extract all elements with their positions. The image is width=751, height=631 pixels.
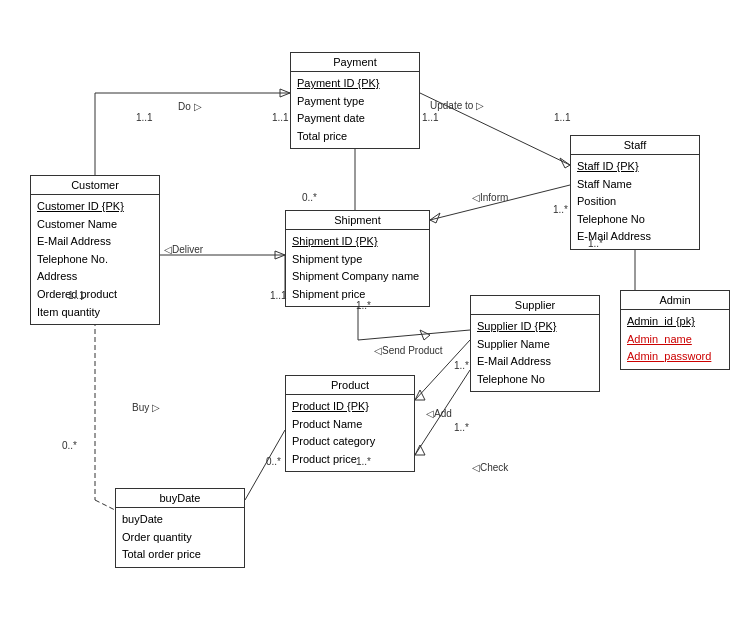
supplier-title: Supplier <box>471 296 599 315</box>
shipment-box: Shipment Shipment ID {PK} Shipment type … <box>285 210 430 307</box>
admin-box: Admin Admin_id {pk} Admin_name Admin_pas… <box>620 290 730 370</box>
add-1star: 1..* <box>454 422 469 433</box>
add-label: ◁Add <box>426 408 452 419</box>
svg-line-20 <box>95 500 115 510</box>
customer-attrs: Customer ID {PK} Customer Name E-Mail Ad… <box>31 195 159 324</box>
buy-label: Buy ▷ <box>132 402 160 413</box>
check-label: ◁Check <box>472 462 508 473</box>
svg-marker-8 <box>275 251 285 259</box>
svg-marker-13 <box>420 330 430 340</box>
buydate-box: buyDate buyDate Order quantity Total ord… <box>115 488 245 568</box>
updateto-11-left: 1..1 <box>422 112 439 123</box>
do-11-left: 1..1 <box>136 112 153 123</box>
deliver-label: ◁Deliver <box>164 244 203 255</box>
svg-marker-4 <box>560 158 570 168</box>
customer-title: Customer <box>31 176 159 195</box>
staff-box: Staff Staff ID {PK} Staff Name Position … <box>570 135 700 250</box>
erd-diagram: Payment Payment ID {PK} Payment type Pay… <box>0 0 751 631</box>
deliver-11-left: 1..1 <box>68 290 85 301</box>
supplier-attrs: Supplier ID {PK} Supplier Name E-Mail Ad… <box>471 315 599 391</box>
product-box: Product Product ID {PK} Product Name Pro… <box>285 375 415 472</box>
svg-marker-2 <box>280 89 290 97</box>
do-label: Do ▷ <box>178 101 202 112</box>
customer-box: Customer Customer ID {PK} Customer Name … <box>30 175 160 325</box>
sendprod-label: ◁Send Product <box>374 345 443 356</box>
admin-attrs: Admin_id {pk} Admin_name Admin_password <box>621 310 729 369</box>
svg-marker-6 <box>430 213 440 223</box>
sendprod-1star-top: 1..* <box>356 300 371 311</box>
product-attrs: Product ID {PK} Product Name Product cat… <box>286 395 414 471</box>
shipment-attrs: Shipment ID {PK} Shipment type Shipment … <box>286 230 429 306</box>
svg-line-12 <box>358 330 470 340</box>
sendprod-1star-bot: 1..* <box>454 360 469 371</box>
updateto-11-right: 1..1 <box>554 112 571 123</box>
add-1star-2: 1..* <box>356 456 371 467</box>
payment-box: Payment Payment ID {PK} Payment type Pay… <box>290 52 420 149</box>
payment-attrs: Payment ID {PK} Payment type Payment dat… <box>291 72 419 148</box>
buydate-title: buyDate <box>116 489 244 508</box>
buy-0star-right: 0..* <box>266 456 281 467</box>
buydate-attrs: buyDate Order quantity Total order price <box>116 508 244 567</box>
payment-title: Payment <box>291 53 419 72</box>
admin-title: Admin <box>621 291 729 310</box>
do-11-right: 1..1 <box>272 112 289 123</box>
shipment-title: Shipment <box>286 211 429 230</box>
supplier-box: Supplier Supplier ID {PK} Supplier Name … <box>470 295 600 392</box>
inform-0star: 0..* <box>302 192 317 203</box>
inform-1star: 1..* <box>553 204 568 215</box>
staff-attrs: Staff ID {PK} Staff Name Position Teleph… <box>571 155 699 249</box>
product-title: Product <box>286 376 414 395</box>
staff-title: Staff <box>571 136 699 155</box>
inform-label: ◁Inform <box>472 192 508 203</box>
deliver-11-right: 1..1 <box>270 290 287 301</box>
staff-admin-1star: 1..* <box>588 238 603 249</box>
updateto-label: Update to ▷ <box>430 100 484 111</box>
svg-marker-16 <box>415 390 425 400</box>
svg-marker-18 <box>415 445 425 455</box>
buy-0star-left: 0..* <box>62 440 77 451</box>
